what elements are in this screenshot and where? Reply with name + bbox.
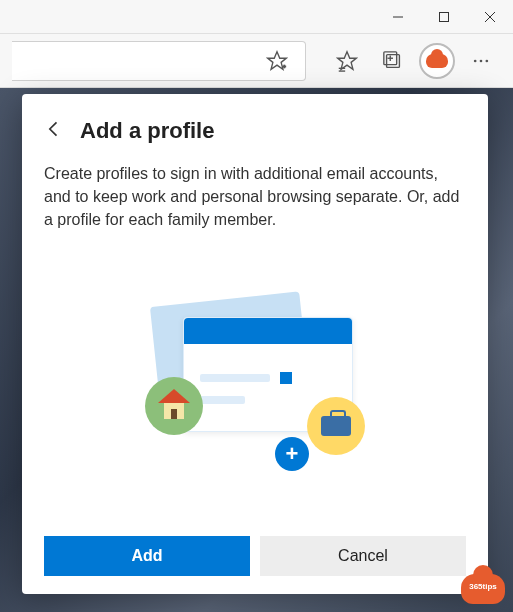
back-button[interactable] xyxy=(44,119,64,143)
favorites-list-icon[interactable] xyxy=(327,41,367,81)
add-favorite-icon[interactable] xyxy=(257,41,297,81)
maximize-button[interactable] xyxy=(421,0,467,34)
collections-icon[interactable] xyxy=(373,41,413,81)
svg-point-15 xyxy=(480,59,483,62)
profile-avatar-button[interactable] xyxy=(419,43,455,79)
plus-badge-icon: + xyxy=(275,437,309,471)
popup-title: Add a profile xyxy=(80,118,214,144)
svg-rect-1 xyxy=(440,13,449,22)
add-button[interactable]: Add xyxy=(44,536,250,576)
more-menu-icon[interactable] xyxy=(461,41,501,81)
add-profile-popup: Add a profile Create profiles to sign in… xyxy=(22,94,488,594)
svg-rect-10 xyxy=(387,54,400,67)
svg-marker-7 xyxy=(338,51,356,68)
popup-button-row: Add Cancel xyxy=(44,536,466,576)
svg-point-16 xyxy=(486,59,489,62)
browser-toolbar xyxy=(0,34,513,88)
briefcase-badge-icon xyxy=(307,397,365,455)
cancel-button[interactable]: Cancel xyxy=(260,536,466,576)
close-button[interactable] xyxy=(467,0,513,34)
cloud-icon xyxy=(426,54,448,68)
window-titlebar xyxy=(0,0,513,34)
watermark-text: 365tips xyxy=(461,582,505,591)
address-bar-end xyxy=(12,41,306,81)
watermark-badge: 365tips xyxy=(461,574,505,604)
popup-illustration: + xyxy=(44,252,466,526)
popup-header: Add a profile xyxy=(44,118,466,144)
home-badge-icon xyxy=(145,377,203,435)
popup-description: Create profiles to sign in with addition… xyxy=(44,162,466,232)
minimize-button[interactable] xyxy=(375,0,421,34)
svg-point-14 xyxy=(474,59,477,62)
